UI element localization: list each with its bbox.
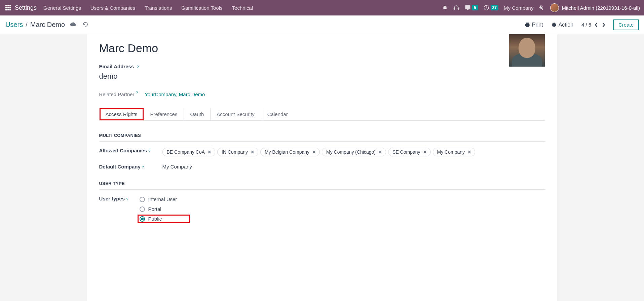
undo-icon[interactable] [82, 22, 88, 28]
email-field-label: Email Address [99, 64, 134, 69]
tab-access-rights-label: Access Rights [106, 111, 138, 117]
print-label: Print [532, 22, 543, 28]
debug-icon[interactable] [442, 5, 448, 11]
messages-button[interactable]: 5 [465, 5, 478, 11]
chat-icon [465, 5, 471, 11]
user-menu[interactable]: Mitchell Admin (22019931-16-0-all) [550, 3, 640, 12]
support-icon[interactable] [453, 5, 459, 11]
radio-label: Portal [148, 206, 161, 212]
section-user-type-title: USER TYPE [99, 181, 545, 186]
pager-prev-button[interactable] [595, 22, 598, 28]
company-tag[interactable]: IN Company✕ [217, 148, 258, 156]
partner-link[interactable]: YourCompany, Marc Demo [145, 91, 205, 97]
partner-help-icon[interactable]: ? [136, 91, 138, 95]
svg-line-7 [446, 8, 447, 9]
radio-label: Internal User [148, 196, 177, 202]
activities-button[interactable]: 37 [483, 5, 498, 11]
print-icon [525, 22, 530, 28]
chevron-left-icon [595, 22, 598, 28]
nav-menu: General Settings Users & Companies Trans… [43, 5, 442, 11]
tag-remove-icon[interactable]: ✕ [378, 149, 382, 155]
tab-account-security[interactable]: Account Security [210, 108, 261, 120]
tag-remove-icon[interactable]: ✕ [423, 149, 427, 155]
company-switcher[interactable]: My Company [504, 5, 533, 11]
allowed-companies-tags[interactable]: BE Company CoA✕ IN Company✕ My Belgian C… [162, 148, 476, 156]
chevron-right-icon [602, 22, 605, 28]
breadcrumb-separator: / [26, 21, 28, 29]
tag-remove-icon[interactable]: ✕ [251, 149, 255, 155]
company-tag[interactable]: My Company (Chicago)✕ [322, 148, 386, 156]
section-divider [99, 141, 545, 142]
radio-public[interactable]: Public [139, 215, 189, 222]
company-tag[interactable]: My Belgian Company✕ [260, 148, 320, 156]
allowed-companies-help-icon[interactable]: ? [148, 149, 150, 153]
tag-label: My Company [437, 149, 465, 155]
tab-access-rights[interactable]: Access Rights [99, 108, 144, 121]
username-label: Mitchell Admin (22019931-16-0-all) [562, 5, 640, 11]
svg-rect-8 [454, 8, 455, 10]
section-divider [99, 189, 545, 190]
gear-icon [551, 22, 557, 28]
print-button[interactable]: Print [525, 22, 543, 28]
radio-portal[interactable]: Portal [139, 205, 189, 213]
tab-oauth[interactable]: Oauth [184, 108, 210, 120]
tag-label: IN Company [222, 149, 248, 155]
breadcrumb-bar: Users / Marc Demo Print Action 4 / 5 [0, 15, 644, 34]
breadcrumb-parent-link[interactable]: Users [5, 21, 23, 29]
nav-menu-translations[interactable]: Translations [145, 5, 172, 11]
radio-checked-dot [141, 218, 144, 220]
nav-menu-technical[interactable]: Technical [232, 5, 253, 11]
default-company-value[interactable]: My Company [162, 164, 192, 170]
form-tabs: Access Rights Preferences Oauth Account … [99, 108, 545, 121]
user-types-label: User types [99, 196, 125, 201]
activities-badge: 37 [491, 5, 498, 10]
form-sheet: Name Marc Demo Email Address ? demo Rela… [87, 34, 557, 301]
email-field-value[interactable]: demo [99, 72, 545, 81]
tools-icon[interactable] [539, 5, 545, 11]
create-button[interactable]: Create [613, 20, 639, 30]
breadcrumb: Users / Marc Demo [5, 21, 65, 29]
user-types-help-icon[interactable]: ? [126, 197, 128, 201]
section-multi-companies-title: MULTI COMPANIES [99, 133, 545, 138]
clock-icon [483, 5, 489, 11]
pager-sep: / [585, 22, 587, 28]
action-label: Action [559, 22, 573, 28]
apps-menu-button[interactable] [4, 4, 12, 12]
user-photo[interactable] [509, 34, 545, 67]
tab-preferences[interactable]: Preferences [144, 108, 184, 120]
pager: 4 / 5 [581, 22, 605, 28]
radio-button-icon[interactable] [140, 197, 145, 202]
default-company-label: Default Company [99, 164, 141, 170]
nav-menu-gamification[interactable]: Gamification Tools [181, 5, 222, 11]
radio-button-icon[interactable] [140, 206, 145, 212]
tag-remove-icon[interactable]: ✕ [312, 149, 316, 155]
partner-field-label: Related Partner [99, 91, 135, 97]
user-type-radio-group: Internal User Portal Public [139, 196, 189, 222]
tag-label: BE Company CoA [167, 149, 205, 155]
nav-right-tray: 5 37 My Company Mitchell Admin (22019931… [442, 3, 640, 12]
svg-line-5 [446, 7, 447, 7]
tag-remove-icon[interactable]: ✕ [207, 149, 212, 155]
tab-calendar[interactable]: Calendar [261, 108, 294, 120]
pager-next-button[interactable] [602, 22, 605, 28]
default-company-help-icon[interactable]: ? [142, 165, 144, 169]
company-tag[interactable]: My Company✕ [433, 148, 475, 156]
user-name-heading[interactable]: Marc Demo [99, 42, 545, 55]
svg-line-4 [443, 7, 444, 7]
company-tag[interactable]: BE Company CoA✕ [162, 148, 216, 156]
cloud-status-icon[interactable] [70, 22, 76, 28]
nav-menu-users-companies[interactable]: Users & Companies [90, 5, 135, 11]
app-title[interactable]: Settings [15, 4, 37, 11]
radio-button-icon[interactable] [140, 216, 145, 222]
tag-label: SE Company [392, 149, 420, 155]
svg-rect-1 [444, 7, 446, 9]
pager-current[interactable]: 4 [581, 22, 584, 28]
content-scroll-area[interactable]: Name Marc Demo Email Address ? demo Rela… [0, 34, 644, 301]
company-tag[interactable]: SE Company✕ [388, 148, 430, 156]
email-help-icon[interactable]: ? [137, 65, 139, 69]
svg-line-6 [443, 8, 444, 9]
action-dropdown[interactable]: Action [551, 22, 573, 28]
nav-menu-general-settings[interactable]: General Settings [43, 5, 81, 11]
radio-internal-user[interactable]: Internal User [139, 196, 189, 203]
tag-remove-icon[interactable]: ✕ [467, 149, 471, 155]
